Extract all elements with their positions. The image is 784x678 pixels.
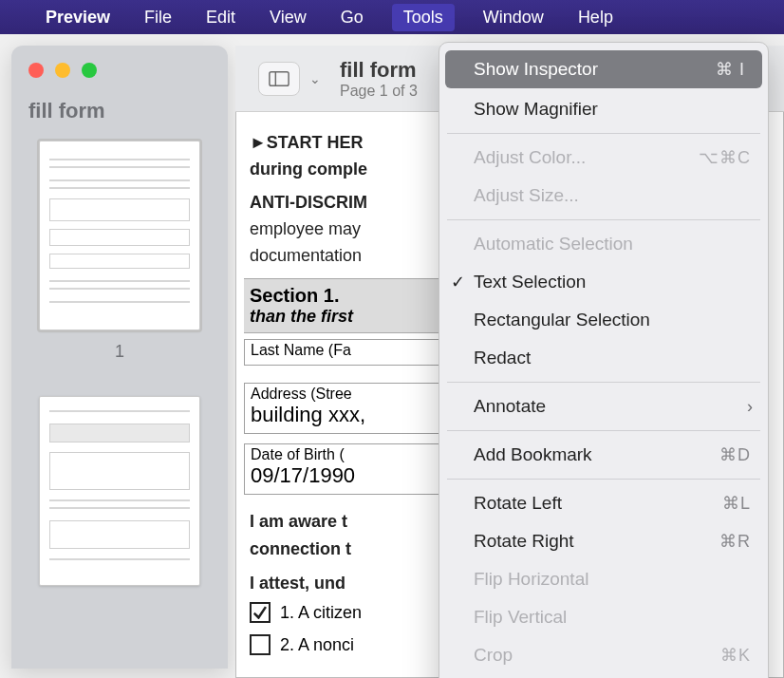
field-label: Address (Stree xyxy=(251,386,352,402)
sidebar-window: fill form 1 xyxy=(11,46,228,669)
menu-item-annotate[interactable]: Annotate› xyxy=(439,387,768,425)
menu-item-crop: Crop⌘K xyxy=(439,636,768,674)
sidebar-title: fill form xyxy=(11,89,228,141)
menu-separator xyxy=(447,219,760,220)
checkbox-icon[interactable] xyxy=(250,602,271,623)
tools-menu: Show Inspector⌘ I Show Magnifier Adjust … xyxy=(439,42,769,678)
menu-separator xyxy=(447,382,760,383)
menu-separator xyxy=(447,430,760,431)
menubar-item-view[interactable]: View xyxy=(264,4,312,31)
field-label: Date of Birth ( xyxy=(251,446,345,462)
menubar-item-window[interactable]: Window xyxy=(477,4,550,31)
menu-item-automatic-selection: Automatic Selection xyxy=(439,225,768,263)
menu-separator xyxy=(447,479,760,480)
menubar-item-preview[interactable]: Preview xyxy=(40,4,116,31)
thumbnail-page-number: 1 xyxy=(115,342,124,362)
sidebar-toggle-button[interactable] xyxy=(258,62,300,96)
menubar-item-file[interactable]: File xyxy=(139,4,177,31)
minimize-button[interactable] xyxy=(55,63,70,78)
menu-item-add-bookmark[interactable]: Add Bookmark⌘D xyxy=(439,436,768,474)
close-button[interactable] xyxy=(28,63,44,78)
menu-item-rectangular-selection[interactable]: Rectangular Selection xyxy=(439,301,768,339)
menu-item-adjust-color: Adjust Color...⌥⌘C xyxy=(439,139,768,177)
menu-item-redact[interactable]: Redact xyxy=(439,339,768,377)
menu-item-show-magnifier[interactable]: Show Magnifier xyxy=(439,90,768,128)
menu-item-rotate-left[interactable]: Rotate Left⌘L xyxy=(439,484,768,522)
menu-item-flip-vertical: Flip Vertical xyxy=(439,598,768,636)
document-title-group: fill form Page 1 of 3 xyxy=(340,58,418,100)
checkmark-icon: ✓ xyxy=(451,272,465,292)
menu-item-remove-background: Remove Background⇧⌘K xyxy=(439,674,768,678)
menu-item-rotate-right[interactable]: Rotate Right⌘R xyxy=(439,522,768,560)
menu-item-show-inspector[interactable]: Show Inspector⌘ I xyxy=(445,50,762,88)
menu-item-text-selection[interactable]: ✓ Text Selection xyxy=(439,263,768,301)
menubar-item-go[interactable]: Go xyxy=(335,4,369,31)
maximize-button[interactable] xyxy=(82,63,97,78)
svg-rect-0 xyxy=(270,71,289,85)
menubar-item-edit[interactable]: Edit xyxy=(200,4,241,31)
menu-item-adjust-size: Adjust Size... xyxy=(439,177,768,215)
menu-item-flip-horizontal: Flip Horizontal xyxy=(439,560,768,598)
chevron-down-icon[interactable]: ⌄ xyxy=(309,71,321,86)
document-subtitle: Page 1 of 3 xyxy=(340,83,418,100)
window-controls xyxy=(11,46,228,89)
checkbox-label: 2. A nonci xyxy=(280,635,354,655)
menubar-item-tools[interactable]: Tools xyxy=(392,4,455,31)
menubar: Preview File Edit View Go Tools Window H… xyxy=(0,0,784,34)
thumbnail-list: 1 xyxy=(11,141,228,586)
thumbnail-page-2[interactable] xyxy=(39,396,200,586)
document-title: fill form xyxy=(340,58,418,83)
chevron-right-icon: › xyxy=(747,397,753,417)
field-label: Last Name (Fa xyxy=(251,342,351,358)
thumbnail-page-1[interactable] xyxy=(39,141,200,330)
checkbox-icon[interactable] xyxy=(250,634,271,655)
menu-separator xyxy=(447,133,760,134)
checkbox-label: 1. A citizen xyxy=(280,603,362,623)
menubar-item-help[interactable]: Help xyxy=(572,4,619,31)
